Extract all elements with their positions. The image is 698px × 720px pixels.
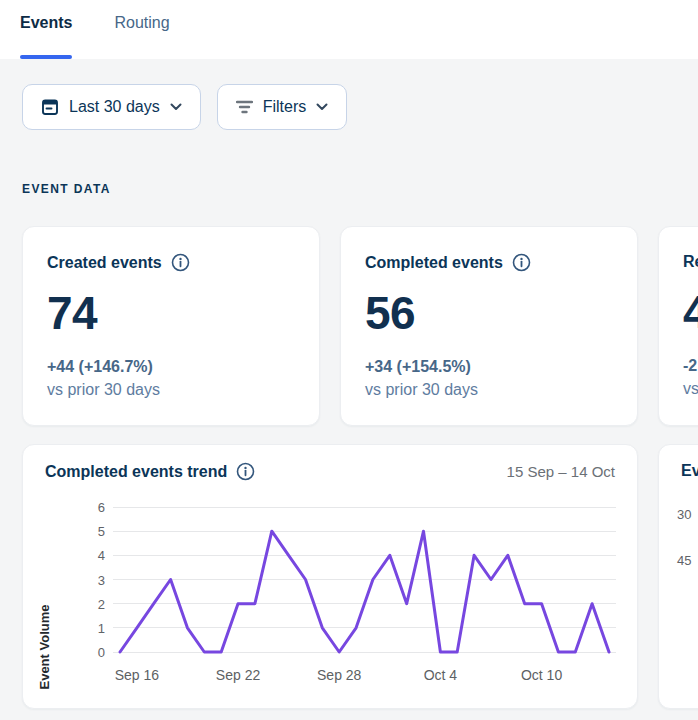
x-axis-tick-label: Sep 28 (317, 667, 361, 683)
stat-card-partial: Re 4 -2 vs (658, 226, 698, 426)
y-axis-tick-label: 1 (79, 620, 105, 635)
y-axis-tick-label: 6 (79, 500, 105, 515)
stat-cards-row: Created events 74 +44 (+146.7%) vs prior… (22, 226, 698, 426)
main-content: Last 30 days Filters EVENT DATA Created … (0, 59, 698, 720)
x-axis-tick-label: Sep 22 (216, 667, 260, 683)
chart-date-range: 15 Sep – 14 Oct (507, 463, 615, 480)
axis-tick-label: 30 (677, 507, 691, 522)
filters-label: Filters (263, 98, 307, 116)
x-axis-tick-label: Oct 4 (424, 667, 457, 683)
active-tab-indicator (20, 55, 72, 59)
app-tab-bar: Events Routing (0, 0, 698, 59)
stat-card-completed-events: Completed events 56 +34 (+154.5%) vs pri… (340, 226, 638, 426)
stat-card-delta: -2 (683, 357, 698, 375)
x-axis-tick-label: Oct 10 (521, 667, 562, 683)
stat-card-delta: +34 (+154.5%) (365, 358, 613, 376)
stat-card-comparison: vs prior 30 days (365, 381, 613, 399)
stat-card-value: 74 (47, 286, 295, 340)
date-range-button[interactable]: Last 30 days (22, 84, 201, 130)
stat-card-delta: +44 (+146.7%) (47, 358, 295, 376)
stat-card-title: Re (683, 253, 698, 271)
stat-card-title: Created events (47, 254, 162, 272)
x-axis-tick-label: Sep 16 (115, 667, 159, 683)
tab-events[interactable]: Events (20, 14, 72, 59)
chart-title: Completed events trend (45, 463, 227, 481)
y-axis-tick-label: 2 (79, 596, 105, 611)
y-axis-tick-label: 4 (79, 548, 105, 563)
section-title: EVENT DATA (22, 182, 698, 196)
tab-events-label: Events (20, 14, 72, 31)
y-axis-tick-label: 5 (79, 524, 105, 539)
info-icon[interactable] (171, 253, 190, 272)
axis-tick-label: 45 (677, 553, 691, 568)
date-range-label: Last 30 days (69, 98, 160, 116)
calendar-icon (41, 98, 59, 116)
info-icon[interactable] (236, 462, 255, 481)
stat-card-comparison: vs prior 30 days (47, 381, 295, 399)
filters-button[interactable]: Filters (217, 84, 348, 130)
stat-card-value: 56 (365, 286, 613, 340)
trend-chart-card: Completed events trend 15 Sep – 14 Oct E… (22, 444, 638, 709)
y-axis-tick-label: 0 (79, 645, 105, 660)
tab-routing-label: Routing (114, 14, 169, 31)
y-axis-tick-label: 3 (79, 572, 105, 587)
stat-card-comparison: vs (683, 380, 698, 398)
stat-card-value: 4 (683, 285, 698, 339)
trend-plot-area: 0123456Sep 16Sep 22Sep 28Oct 4Oct 10 (113, 507, 616, 652)
tab-routing[interactable]: Routing (114, 14, 169, 59)
stat-card-title: Completed events (365, 254, 503, 272)
partial-chart-card: Ev 30 45 (658, 444, 698, 709)
chevron-down-icon (170, 103, 182, 111)
charts-row: Completed events trend 15 Sep – 14 Oct E… (22, 444, 698, 709)
trend-line-series (120, 531, 609, 652)
toolbar: Last 30 days Filters (22, 84, 698, 130)
filter-icon (236, 100, 253, 114)
chevron-down-icon (316, 103, 328, 111)
info-icon[interactable] (512, 253, 531, 272)
trend-chart-svg (113, 507, 616, 652)
trend-chart: Event Volume 0123456Sep 16Sep 22Sep 28Oc… (45, 507, 615, 707)
stat-card-created-events: Created events 74 +44 (+146.7%) vs prior… (22, 226, 320, 426)
chart-title: Ev (681, 462, 698, 480)
y-axis-title: Event Volume (37, 577, 53, 717)
